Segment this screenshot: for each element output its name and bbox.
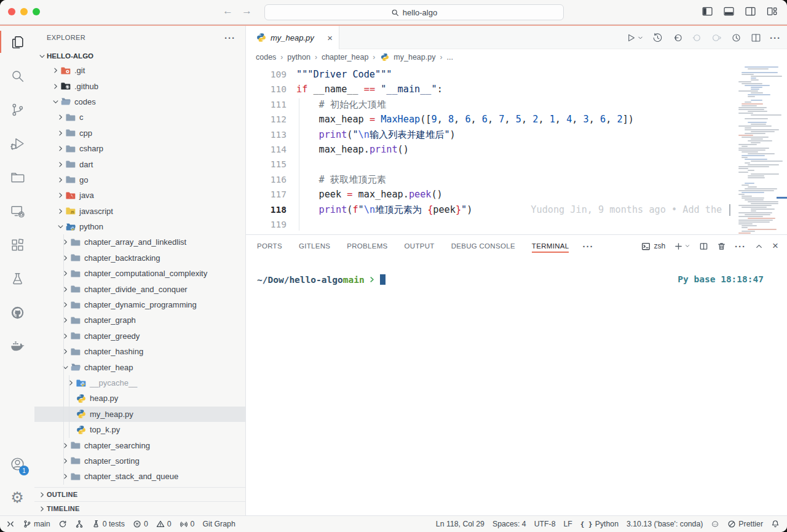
tree-item--pycache-[interactable]: __pycache__: [34, 375, 245, 391]
activity-item-testing[interactable]: [0, 263, 34, 295]
code-line-117[interactable]: 117 peek = max_heap.peek(): [246, 187, 735, 202]
section-outline[interactable]: OUTLINE: [34, 487, 245, 501]
toggle-panel-icon[interactable]: [722, 5, 735, 18]
tree-item-c[interactable]: c: [34, 109, 245, 125]
next-change-icon[interactable]: [711, 32, 722, 44]
status-eol[interactable]: LF: [563, 520, 572, 528]
tree-item-chapter-greedy[interactable]: chapter_greedy: [34, 328, 245, 344]
split-editor-icon[interactable]: [750, 32, 762, 44]
activity-item-remote-explorer[interactable]: [0, 195, 34, 227]
code-line-111[interactable]: 111 # 初始化大顶堆: [246, 97, 735, 112]
breadcrumb-item--[interactable]: ...: [446, 53, 453, 62]
tree-item-chapter-backtracking[interactable]: chapter_backtracking: [34, 250, 245, 266]
tab-my-heap-py[interactable]: my_heap.py ×: [246, 26, 339, 49]
navigate-forward-button[interactable]: →: [242, 5, 252, 17]
tree-item-go[interactable]: go: [34, 172, 245, 188]
new-terminal-button[interactable]: [674, 242, 690, 251]
activity-item-source-control[interactable]: [0, 93, 34, 125]
tree-item-my-heap-py[interactable]: my_heap.py: [34, 407, 245, 422]
status-git-branch[interactable]: main: [23, 520, 50, 528]
tree-item-chapter-graph[interactable]: chapter_graph: [34, 312, 245, 328]
tree-item-chapter-hashing[interactable]: chapter_hashing: [34, 344, 245, 359]
tree-item-codes[interactable]: codes: [34, 94, 245, 109]
tree-item-cpp[interactable]: cpp: [34, 125, 245, 141]
zoom-window-button[interactable]: [33, 8, 40, 15]
tree-item-csharp[interactable]: csharp: [34, 141, 245, 156]
panel-tab-ports[interactable]: PORTS: [257, 237, 282, 255]
panel-more-actions-button[interactable]: ···: [735, 241, 746, 252]
tree-item-java[interactable]: java: [34, 188, 245, 203]
code-editor[interactable]: 109"""Driver Code"""110if __name__ == "_…: [246, 65, 787, 234]
breadcrumb-item-python[interactable]: python: [287, 53, 310, 62]
minimize-window-button[interactable]: [20, 8, 28, 15]
status-language-mode[interactable]: { }Python: [580, 520, 619, 528]
tree-item-chapter-divide-and-conquer[interactable]: chapter_divide_and_conquer: [34, 281, 245, 296]
activity-item-search[interactable]: [0, 60, 34, 92]
panel-tab-gitlens[interactable]: GITLENS: [299, 237, 330, 255]
tree-item-chapter-computational-complexity[interactable]: chapter_computational_complexity: [34, 266, 245, 281]
status-prettier[interactable]: Prettier: [727, 520, 763, 528]
tree-root-hello-algo[interactable]: HELLO-ALGO: [34, 49, 245, 63]
panel-views-more-button[interactable]: ···: [582, 241, 593, 252]
run-python-file-button[interactable]: [625, 32, 644, 44]
breadcrumb-item-my-heap-py[interactable]: my_heap.py: [379, 52, 435, 62]
commit-graph-icon[interactable]: [730, 32, 742, 44]
panel-tab-debug-console[interactable]: DEBUG CONSOLE: [451, 237, 515, 255]
status-git-sync[interactable]: [58, 520, 67, 528]
tree-item-chapter-stack-and-queue[interactable]: chapter_stack_and_queue: [34, 469, 245, 484]
status-indentation[interactable]: Spaces: 4: [492, 520, 526, 528]
tree-item-chapter-dynamic-programming[interactable]: chapter_dynamic_programming: [34, 297, 245, 312]
toggle-secondary-sidebar-icon[interactable]: [744, 5, 757, 18]
status-encoding[interactable]: UTF-8: [534, 520, 556, 528]
code-line-116[interactable]: 116 # 获取堆顶元素: [246, 172, 735, 187]
code-line-115[interactable]: 115: [246, 157, 735, 172]
panel-tab-terminal[interactable]: TERMINAL: [532, 237, 569, 255]
status-python-interpreter[interactable]: 3.10.13 ('base': conda): [627, 520, 703, 528]
terminal-profile-zsh[interactable]: zsh: [641, 242, 665, 251]
status-problems-warnings[interactable]: 0: [156, 520, 172, 528]
code-line-112[interactable]: 112 max_heap = MaxHeap([9, 8, 6, 6, 7, 5…: [246, 112, 735, 127]
command-center-search[interactable]: hello-algo: [264, 4, 564, 20]
activity-item-github[interactable]: [0, 296, 34, 328]
kill-terminal-button[interactable]: [717, 242, 726, 251]
split-terminal-button[interactable]: [699, 242, 708, 251]
breadcrumb-item-chapter-heap[interactable]: chapter_heap: [322, 53, 368, 62]
file-history-icon[interactable]: [652, 32, 663, 44]
previous-change-icon[interactable]: [691, 32, 703, 44]
status-test-status[interactable]: 0 tests: [92, 520, 125, 528]
tree-item-python[interactable]: python: [34, 219, 245, 234]
minimap[interactable]: [735, 65, 787, 234]
tree-item-javascript[interactable]: JSjavascript: [34, 204, 245, 219]
activity-item-docker[interactable]: [0, 330, 34, 362]
status-notifications[interactable]: [771, 520, 780, 528]
status-cursor-position[interactable]: Ln 118, Col 29: [436, 520, 484, 528]
open-previous-revision-icon[interactable]: [671, 32, 683, 44]
status-git-graph-view[interactable]: [75, 520, 84, 528]
tree-item--github[interactable]: .github: [34, 78, 245, 93]
code-line-119[interactable]: 119: [246, 217, 735, 232]
terminal-view[interactable]: ~/Dow/hello-algo main Py base 18:18:47: [246, 257, 787, 285]
maximize-panel-icon[interactable]: [754, 242, 764, 251]
activity-item-explorer[interactable]: [0, 26, 34, 58]
panel-tab-problems[interactable]: PROBLEMS: [347, 237, 387, 255]
close-tab-icon[interactable]: ×: [327, 33, 333, 42]
status-ports-forwarded[interactable]: 0: [180, 520, 195, 528]
close-window-button[interactable]: [8, 8, 15, 15]
tree-item-dart[interactable]: dart: [34, 156, 245, 172]
activity-item-run-debug[interactable]: [0, 127, 34, 159]
explorer-more-actions-button[interactable]: ···: [224, 33, 235, 43]
navigate-back-button[interactable]: ←: [223, 5, 233, 17]
customize-layout-icon[interactable]: [765, 5, 778, 18]
tree-item-top-k-py[interactable]: top_k.py: [34, 422, 245, 437]
tree-item-chapter-heap[interactable]: chapter_heap: [34, 359, 245, 375]
close-panel-icon[interactable]: ×: [772, 240, 778, 252]
status-git-graph-extension[interactable]: Git Graph: [202, 520, 235, 528]
tree-item-chapter-array-and-linkedlist[interactable]: chapter_array_and_linkedlist: [34, 234, 245, 250]
breadcrumb-item-codes[interactable]: codes: [256, 53, 276, 62]
status-problems-errors[interactable]: 0: [133, 520, 148, 528]
activity-item-accounts[interactable]: 1: [0, 448, 34, 480]
tree-item-chapter-sorting[interactable]: chapter_sorting: [34, 453, 245, 469]
status-copilot[interactable]: [711, 520, 719, 528]
section-timeline[interactable]: TIMELINE: [34, 501, 245, 515]
activity-item-extensions[interactable]: [0, 229, 34, 261]
